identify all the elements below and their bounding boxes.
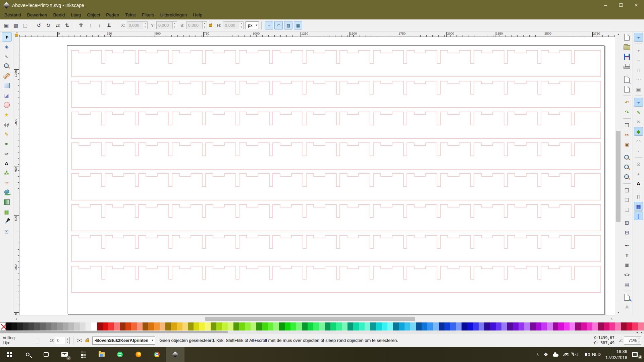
color-swatch[interactable] [29,322,34,330]
snap-cusp-nodes[interactable]: ◆ [634,127,643,136]
snap-smooth-nodes[interactable]: ◠ [634,137,643,145]
color-swatch[interactable] [273,322,279,330]
snap-path-intersections[interactable]: ✕ [634,117,643,126]
color-swatch[interactable] [268,322,273,330]
color-swatch[interactable] [570,322,575,330]
color-swatch[interactable] [501,322,507,330]
cut-strip-path[interactable] [71,204,601,231]
color-swatch[interactable] [279,322,285,330]
menu-bestand[interactable]: Bestand [1,11,24,19]
color-swatch[interactable] [68,322,74,330]
palette-scroll-thumb[interactable] [0,331,228,333]
color-swatch[interactable] [416,322,422,330]
select-all-layers-button[interactable]: ▩ [11,21,20,30]
gradient-tool[interactable] [2,197,12,207]
raise-to-top-button[interactable]: ⇈ [76,21,85,30]
color-swatch[interactable] [462,322,467,330]
color-swatch[interactable] [536,322,541,330]
color-swatch[interactable] [86,322,91,330]
color-swatch[interactable] [171,322,177,330]
color-swatch[interactable] [365,322,370,330]
color-swatch[interactable] [262,322,268,330]
snap-object-centers[interactable]: ⊙ [634,160,643,168]
color-swatch[interactable] [120,322,125,330]
menu-filters[interactable]: Filters [139,11,157,19]
color-swatch[interactable] [63,322,68,330]
opacity-spinner[interactable]: ▲▼ [65,337,69,344]
export-image[interactable]: ↑ [623,85,632,94]
color-swatch[interactable] [34,322,40,330]
calligraphy-tool[interactable]: ✑ [2,149,12,158]
dimension-lock-icon[interactable] [209,24,212,27]
firefox-app[interactable] [129,347,148,362]
color-swatch[interactable] [205,322,211,330]
scale-corners-toggle[interactable]: ◠ [274,21,283,29]
cut-strip-path[interactable] [71,81,601,108]
chrome-app[interactable] [148,347,166,362]
duplicate[interactable]: ❏ [623,186,632,194]
palette-scroll-right-arrow[interactable]: ▸ [639,330,644,334]
notification-center-button[interactable]: 4 [632,351,641,358]
color-swatch[interactable] [553,322,558,330]
raise-button[interactable]: ↑ [86,21,95,30]
color-swatch[interactable] [592,322,598,330]
color-swatch[interactable] [507,322,513,330]
minimize-button[interactable]: ─ [598,0,613,10]
color-swatch[interactable] [530,322,536,330]
search-button[interactable] [18,347,37,362]
snap-bbox-corners[interactable]: ∷ [634,65,643,74]
color-swatch[interactable] [285,322,290,330]
spray-tool[interactable]: ⁂ [2,168,12,178]
color-swatch[interactable] [114,322,120,330]
color-swatch[interactable] [6,322,11,330]
color-swatch[interactable] [325,322,330,330]
color-swatch[interactable] [410,322,416,330]
color-swatch[interactable] [427,322,433,330]
selector-tool[interactable]: ➤ [2,32,12,42]
color-swatch[interactable] [575,322,581,330]
y-field[interactable]: 0,000▲▼ [156,21,177,29]
cut[interactable]: ✂ [623,130,632,139]
scale-gradient-toggle[interactable]: ▨ [284,21,292,29]
create-clone[interactable]: ❏ [623,195,632,204]
x-field-spinner[interactable]: ▲▼ [143,22,147,29]
snap-grid[interactable]: ▦ [634,202,643,210]
color-swatch[interactable] [131,322,137,330]
zoom-tool[interactable] [2,61,12,71]
lower-button[interactable]: ↓ [95,21,104,30]
color-swatch[interactable] [91,322,97,330]
horizontal-scroll-thumb[interactable] [205,317,415,321]
text-tool[interactable]: A [2,159,12,168]
save-document[interactable] [623,52,632,61]
color-swatch[interactable] [182,322,188,330]
color-swatch[interactable] [308,322,313,330]
mail-app[interactable]: 2 [55,347,74,362]
ungroup-objects[interactable]: ⊟ [623,228,632,237]
color-swatch[interactable] [188,322,194,330]
color-swatch[interactable] [490,322,496,330]
color-swatch[interactable] [519,322,524,330]
cut-strip-path[interactable] [71,266,601,293]
color-swatch[interactable] [359,322,365,330]
color-swatch[interactable] [245,322,251,330]
zoom-input[interactable]: 71% ▲▼ [624,337,641,345]
color-swatch[interactable] [216,322,222,330]
snap-enabled[interactable]: ➛ [634,33,643,42]
page[interactable] [67,45,604,314]
color-swatch[interactable] [627,322,632,330]
zoom-spinner[interactable]: ▲▼ [637,337,641,344]
redo[interactable]: ↷ [623,108,632,116]
scroll-right-arrow[interactable]: › [609,315,615,322]
vertical-scroll-thumb[interactable] [616,131,621,222]
copy[interactable]: ❐ [623,121,632,129]
eraser-tool[interactable]: ▱ [2,178,12,187]
color-swatch[interactable] [405,322,410,330]
snap-bbox-edges[interactable]: ┄ [634,56,643,64]
color-swatch[interactable] [148,322,154,330]
menu-help[interactable]: Help [190,11,205,19]
color-swatch[interactable] [496,322,501,330]
color-swatch[interactable] [347,322,353,330]
flip-vertical-button[interactable]: ⇅ [63,21,71,30]
snap-line-midpoints[interactable]: ∙ [634,146,643,155]
color-swatch[interactable] [387,322,393,330]
